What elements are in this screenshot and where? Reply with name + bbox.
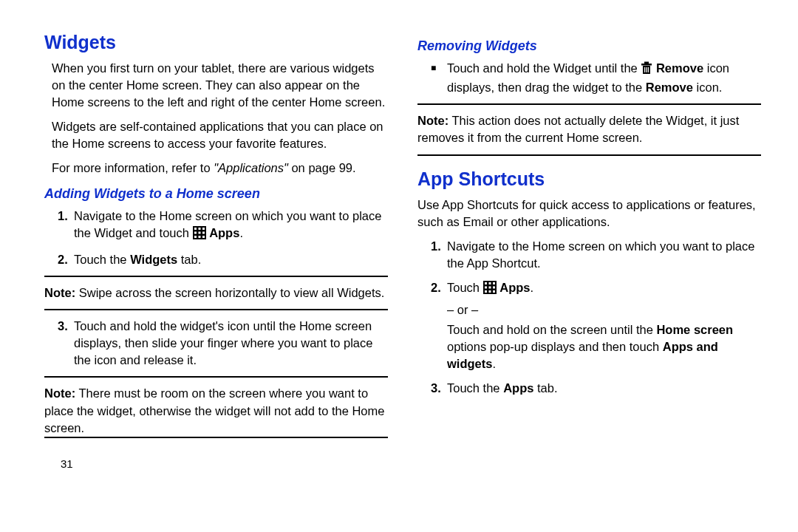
remove-step: ■ Touch and hold the Widget until the Re… bbox=[447, 60, 761, 96]
svg-rect-6 bbox=[202, 231, 205, 233]
svg-rect-25 bbox=[493, 290, 495, 293]
divider bbox=[44, 376, 388, 378]
adding-widgets-heading: Adding Widgets to a Home screen bbox=[44, 185, 388, 203]
add-step-1: 1. Navigate to the Home screen on which … bbox=[74, 208, 388, 244]
svg-rect-24 bbox=[488, 290, 491, 293]
svg-rect-19 bbox=[493, 282, 495, 284]
divider bbox=[417, 103, 761, 105]
add-step-2: 2. Touch the Widgets tab. bbox=[74, 251, 388, 268]
app-shortcuts-heading: App Shortcuts bbox=[417, 166, 761, 192]
svg-rect-2 bbox=[198, 228, 200, 230]
svg-rect-4 bbox=[194, 231, 197, 233]
widgets-intro-1: When you first turn on your tablet, ther… bbox=[52, 60, 388, 111]
page-number: 31 bbox=[61, 456, 388, 471]
shortcut-step-3: 3. Touch the Apps tab. bbox=[447, 380, 761, 397]
widgets-intro-2: Widgets are self-contained applications … bbox=[52, 118, 388, 152]
divider bbox=[44, 276, 388, 277]
widgets-ref: For more information, refer to "Applicat… bbox=[52, 160, 388, 177]
square-bullet-icon: ■ bbox=[431, 62, 436, 75]
app-shortcuts-intro: Use App Shortcuts for quick access to ap… bbox=[417, 197, 761, 231]
left-column: Widgets When you first turn on your tabl… bbox=[44, 30, 388, 517]
svg-rect-15 bbox=[648, 67, 649, 72]
shortcut-step-1: 1. Navigate to the Home screen on which … bbox=[447, 238, 761, 272]
svg-rect-10 bbox=[641, 64, 652, 66]
apps-grid-icon bbox=[193, 226, 206, 244]
shortcut-step-2: 2. Touch Apps. – or – Touch and hold on … bbox=[447, 279, 761, 372]
apps-grid-icon bbox=[483, 281, 497, 299]
svg-rect-1 bbox=[194, 228, 197, 230]
trash-icon bbox=[641, 61, 652, 79]
right-column: Removing Widgets ■ Touch and hold the Wi… bbox=[417, 30, 761, 517]
note-not-delete: Note: This action does not actually dele… bbox=[417, 112, 761, 146]
svg-rect-18 bbox=[488, 282, 491, 284]
svg-rect-9 bbox=[202, 236, 205, 238]
svg-rect-8 bbox=[198, 236, 200, 238]
svg-rect-14 bbox=[647, 67, 647, 72]
svg-rect-20 bbox=[485, 286, 487, 288]
removing-widgets-heading: Removing Widgets bbox=[417, 37, 761, 55]
add-step-3: 3. Touch and hold the widget's icon unti… bbox=[74, 318, 388, 369]
divider bbox=[44, 437, 388, 438]
widgets-heading: Widgets bbox=[44, 30, 388, 55]
svg-rect-13 bbox=[644, 67, 645, 72]
note-swipe: Note: Swipe across the screen horizontal… bbox=[44, 284, 388, 301]
divider bbox=[44, 309, 388, 310]
svg-rect-7 bbox=[194, 236, 197, 238]
svg-rect-21 bbox=[488, 286, 491, 288]
svg-rect-23 bbox=[485, 290, 487, 293]
note-room: Note: There must be room on the screen w… bbox=[44, 385, 388, 436]
svg-rect-17 bbox=[485, 282, 487, 284]
svg-rect-22 bbox=[493, 286, 495, 288]
divider bbox=[417, 154, 761, 156]
svg-rect-3 bbox=[202, 228, 205, 230]
svg-rect-11 bbox=[644, 62, 649, 64]
svg-rect-5 bbox=[198, 231, 200, 233]
